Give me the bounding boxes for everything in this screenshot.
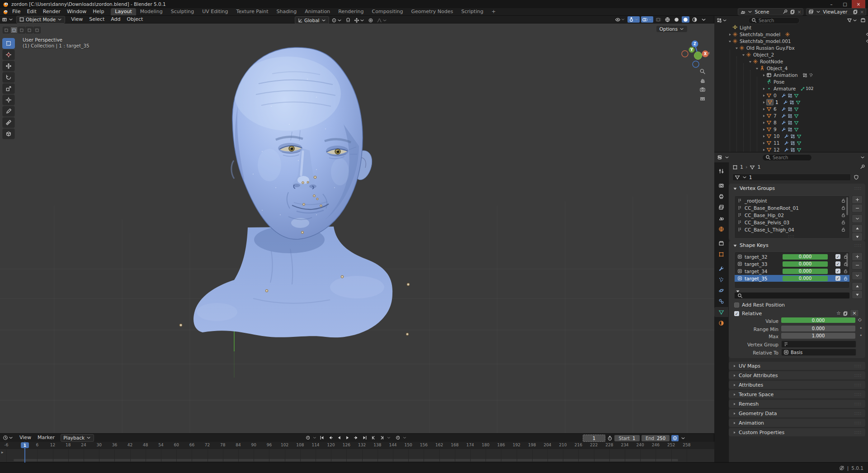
sidebar-collapse-arrow[interactable]: ‹ xyxy=(708,50,710,56)
workspace-tab-texture-paint[interactable]: Texture Paint xyxy=(232,8,273,15)
frame-step-forward-button[interactable] xyxy=(378,435,386,441)
add-shape-key-button[interactable] xyxy=(852,252,863,261)
relative-checkbox[interactable]: ✓ xyxy=(734,311,739,316)
outliner-row-sketchfab-model-001[interactable]: Sketchfab_model.001 xyxy=(714,38,868,45)
timeline-editor[interactable]: ViewMarker Playback 1 Start 1 End 250 -6… xyxy=(0,433,714,462)
outliner-row-1[interactable]: 1 xyxy=(714,99,868,106)
properties-tab-object[interactable] xyxy=(714,249,728,259)
lock-open-icon[interactable] xyxy=(843,261,848,266)
range-min-field[interactable]: 0.000 xyxy=(781,326,855,331)
properties-tab-object-data[interactable] xyxy=(714,307,728,317)
workspace-tab-uv-editing[interactable]: UV Editing xyxy=(198,8,232,15)
shape-key-enable-checkbox[interactable]: ✓ xyxy=(835,254,840,259)
outliner-row-10[interactable]: 10 xyxy=(714,133,868,140)
stopwatch-icon[interactable] xyxy=(607,435,613,441)
viewport-menu-add[interactable]: Add xyxy=(108,16,123,23)
datablock-name[interactable]: 1 xyxy=(749,175,752,180)
move-up-button[interactable] xyxy=(852,282,863,291)
blender-menu-icon[interactable] xyxy=(3,9,8,14)
lock-open-icon[interactable] xyxy=(841,213,846,218)
tool-move[interactable] xyxy=(2,61,15,71)
menu-help[interactable]: Help xyxy=(90,8,107,15)
collapse-icon[interactable] xyxy=(754,66,760,71)
outliner-row-9[interactable]: 9 xyxy=(714,126,868,133)
vertex-groups-list[interactable]: :::: _rootJointCC_Base_BoneRoot_01CC_Bas… xyxy=(734,195,850,239)
add-workspace-button[interactable]: + xyxy=(487,8,500,15)
panel-color-attributes[interactable]: Color Attributes:::: xyxy=(729,371,865,379)
outliner-row-11[interactable]: 11 xyxy=(714,140,868,147)
workspace-tab-rendering[interactable]: Rendering xyxy=(334,8,368,15)
properties-tab-collection[interactable] xyxy=(714,238,728,248)
timeline-menu-view[interactable]: View xyxy=(16,434,34,441)
overlays-toggle[interactable] xyxy=(641,16,653,23)
panel-texture-space[interactable]: Texture Space:::: xyxy=(729,390,865,398)
keying-set-button[interactable] xyxy=(304,435,311,441)
outliner-row-animation[interactable]: Animation xyxy=(714,72,868,79)
decorator-dot[interactable]: • xyxy=(859,332,863,338)
camera-view-icon[interactable] xyxy=(698,85,707,94)
mode-selector[interactable]: Object Mode xyxy=(16,16,65,24)
frame-start-field[interactable]: Start 1 xyxy=(614,435,640,441)
panel-uv-maps[interactable]: UV Maps:::: xyxy=(729,362,865,370)
sync-mode-toggle[interactable] xyxy=(671,435,679,441)
playback-popover[interactable]: Playback xyxy=(61,434,94,442)
copy-icon[interactable] xyxy=(843,311,848,316)
unlink-icon[interactable]: × xyxy=(797,9,801,14)
shape-key-specials-button[interactable] xyxy=(852,271,863,280)
expand-icon[interactable] xyxy=(761,73,766,77)
menu-file[interactable]: File xyxy=(9,8,24,15)
maximize-button[interactable]: □ xyxy=(838,0,852,8)
shape-key-row-target_33[interactable]: target_330.000✓ xyxy=(735,260,850,267)
orthographic-grid-icon[interactable] xyxy=(698,94,707,103)
copy-icon[interactable] xyxy=(790,9,795,14)
proportional-editing-toggle[interactable] xyxy=(367,17,374,24)
tool-transform[interactable] xyxy=(2,95,15,105)
xray-toggle[interactable] xyxy=(655,16,662,23)
outliner-row-object-2[interactable]: Object_2 xyxy=(714,52,868,58)
pivot-point-selector[interactable] xyxy=(330,17,343,24)
pin-icon[interactable] xyxy=(860,164,865,170)
frame-step-back-button[interactable] xyxy=(369,435,377,441)
snap-toggle[interactable] xyxy=(344,17,352,24)
breadcrumb-object[interactable]: 1 xyxy=(740,164,743,170)
workspace-tab-geometry-nodes[interactable]: Geometry Nodes xyxy=(407,8,457,15)
workspace-tab-scripting[interactable]: Scripting xyxy=(457,8,487,15)
play-reverse-button[interactable] xyxy=(335,435,343,441)
shape-key-value-slider[interactable]: 0.000 xyxy=(783,254,828,260)
expand-icon[interactable] xyxy=(761,100,766,104)
shape-key-enable-checkbox[interactable]: ✓ xyxy=(835,276,840,281)
shape-keys-panel-header[interactable]: Shape Keys xyxy=(732,242,769,248)
vertex-group-row[interactable]: _rootJoint xyxy=(735,197,850,204)
add-vertex-group-button[interactable] xyxy=(852,195,863,204)
collapse-icon[interactable] xyxy=(734,46,739,50)
properties-tab-constraints[interactable] xyxy=(714,296,728,306)
pan-hand-icon[interactable] xyxy=(698,76,707,85)
keyframe-diamond-icon[interactable]: ◇ xyxy=(858,317,862,322)
outliner-row-object-4[interactable]: Object_4 xyxy=(714,65,868,72)
expand-icon[interactable] xyxy=(761,107,766,111)
minimize-button[interactable]: – xyxy=(825,0,838,8)
shape-key-enable-checkbox[interactable]: ✓ xyxy=(835,269,840,274)
star-icon[interactable]: ☆ xyxy=(836,310,841,316)
outliner-row-armature[interactable]: Armature102 xyxy=(714,85,868,92)
hide-viewport-eye-icon[interactable] xyxy=(866,38,868,44)
editor-type-properties-icon[interactable] xyxy=(717,155,722,160)
shape-key-value-slider[interactable]: 0.000 xyxy=(783,261,828,267)
tool-annotate[interactable] xyxy=(2,106,15,117)
value-slider[interactable]: 0.000 xyxy=(781,317,855,323)
vertex-groups-panel-header[interactable]: Vertex Groups xyxy=(732,185,775,191)
collapse-icon[interactable] xyxy=(747,60,753,64)
datablock-selector[interactable]: 1 xyxy=(732,174,851,181)
frame-end-field[interactable]: End 250 xyxy=(642,435,670,441)
tool-select-box[interactable] xyxy=(2,38,15,49)
panel-geometry-data[interactable]: Geometry Data:::: xyxy=(729,409,865,417)
panel-grip[interactable]: :::: xyxy=(854,186,862,190)
zoom-icon[interactable] xyxy=(698,67,707,76)
panel-grip[interactable]: :::: xyxy=(854,243,862,247)
expand-icon[interactable] xyxy=(761,87,766,91)
panel-animation[interactable]: Animation:::: xyxy=(729,419,865,427)
expand-icon[interactable] xyxy=(727,33,732,37)
tool-add-cube[interactable] xyxy=(2,128,15,139)
jump-to-end-button[interactable] xyxy=(361,435,368,441)
properties-tab-modifiers[interactable] xyxy=(714,264,728,274)
